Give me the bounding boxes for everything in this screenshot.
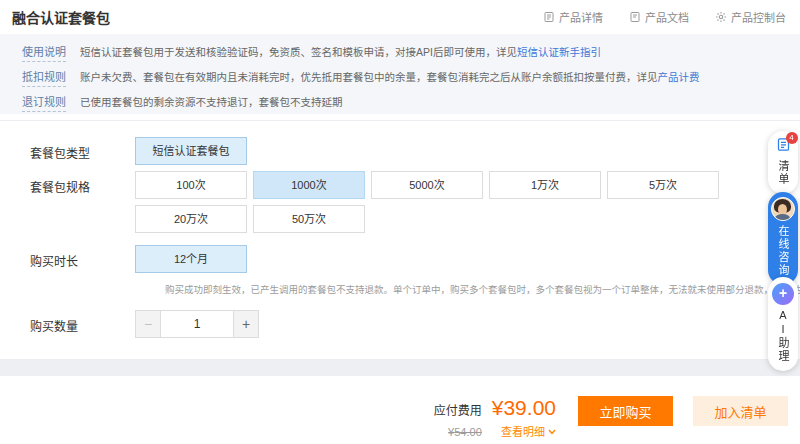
package-type-label: 套餐包类型 bbox=[30, 137, 135, 161]
cart-list-widget[interactable]: 4 清单 bbox=[768, 131, 798, 194]
support-agent-avatar bbox=[771, 197, 795, 221]
spec-options: 100次 1000次 5000次 1万次 5万次 20万次 50万次 bbox=[135, 171, 731, 233]
product-pricing-link[interactable]: 产品计费 bbox=[658, 71, 700, 83]
duration-option-selected[interactable]: 12个月 bbox=[135, 245, 247, 273]
product-doc-link[interactable]: 产品文档 bbox=[629, 9, 689, 25]
notice-row-deduction: 抵扣规则 账户未欠费、套餐包在有效期内且未消耗完时，优先抵用套餐包中的余量，套餐… bbox=[22, 69, 786, 87]
duration-label: 购买时长 bbox=[30, 245, 135, 269]
page-title: 融合认证套餐包 bbox=[12, 7, 110, 27]
plus-icon: + bbox=[772, 283, 794, 305]
package-type-row: 套餐包类型 短信认证套餐包 bbox=[30, 137, 800, 165]
order-bar: 应付费用 ¥39.00 ¥54.00 查看明细 立即购买 加入清单 bbox=[0, 376, 800, 444]
list-icon: 4 bbox=[776, 137, 791, 156]
usage-label: 使用说明 bbox=[22, 44, 66, 62]
package-type-option-selected[interactable]: 短信认证套餐包 bbox=[135, 137, 247, 165]
product-console-link[interactable]: 产品控制台 bbox=[715, 9, 786, 25]
header-links: 产品详情 产品文档 产品控制台 bbox=[543, 9, 786, 25]
spec-option-200k[interactable]: 20万次 bbox=[135, 205, 247, 233]
page-background-band bbox=[0, 360, 800, 376]
spec-option-100[interactable]: 100次 bbox=[135, 171, 247, 199]
deduction-text: 账户未欠费、套餐包在有效期内且未消耗完时，优先抵用套餐包中的余量，套餐包消耗完之… bbox=[80, 69, 700, 85]
purchase-form-card: 套餐包类型 短信认证套餐包 套餐包规格 100次 1000次 5000次 1万次… bbox=[0, 120, 800, 360]
package-spec-row: 套餐包规格 100次 1000次 5000次 1万次 5万次 20万次 50万次 bbox=[30, 171, 800, 233]
ai-assistant-widget[interactable]: + AI助理 bbox=[768, 277, 798, 371]
payable-price: ¥39.00 bbox=[492, 396, 556, 420]
notice-row-usage: 使用说明 短信认证套餐包用于发送和核验验证码，免资质、签名和模板申请，对接API… bbox=[22, 44, 786, 62]
product-doc-label: 产品文档 bbox=[645, 9, 689, 25]
chevron-down-icon bbox=[548, 425, 556, 437]
online-support-widget[interactable]: 在线咨询 bbox=[768, 192, 798, 285]
notice-row-refund: 退订规则 已使用套餐包的剩余资源不支持退订，套餐包不支持延期 bbox=[22, 94, 786, 112]
refund-label: 退订规则 bbox=[22, 94, 66, 112]
quantity-decrease-button[interactable]: − bbox=[135, 310, 161, 338]
quantity-input[interactable] bbox=[161, 310, 233, 338]
quantity-increase-button[interactable]: + bbox=[233, 310, 259, 338]
sms-auth-guide-link[interactable]: 短信认证新手指引 bbox=[517, 46, 601, 58]
usage-text: 短信认证套餐包用于发送和核验验证码，免资质、签名和模板申请，对接API后即可使用… bbox=[80, 44, 601, 60]
cart-count-badge: 4 bbox=[786, 132, 798, 144]
spec-option-1000-selected[interactable]: 1000次 bbox=[253, 171, 365, 199]
spec-option-5000[interactable]: 5000次 bbox=[371, 171, 483, 199]
quantity-row: 购买数量 − + bbox=[30, 310, 800, 338]
product-console-label: 产品控制台 bbox=[731, 9, 786, 25]
original-price: ¥54.00 bbox=[448, 426, 482, 438]
online-support-label: 在线咨询 bbox=[775, 225, 791, 277]
refund-text: 已使用套餐包的剩余资源不支持退订，套餐包不支持延期 bbox=[80, 94, 343, 110]
deduction-label: 抵扣规则 bbox=[22, 69, 66, 87]
purchase-note: 购买成功即刻生效，已产生调用的套餐包不支持退款。单个订单中，购买多个套餐包时，多… bbox=[165, 282, 800, 296]
package-spec-label: 套餐包规格 bbox=[30, 171, 135, 195]
spec-option-500k[interactable]: 50万次 bbox=[253, 205, 365, 233]
gear-icon bbox=[715, 11, 727, 23]
product-detail-label: 产品详情 bbox=[559, 9, 603, 25]
doc-lines-icon bbox=[543, 11, 555, 23]
cart-list-label: 清单 bbox=[775, 160, 791, 186]
document-icon bbox=[629, 11, 641, 23]
price-block: 应付费用 ¥39.00 ¥54.00 查看明细 bbox=[434, 396, 556, 439]
spec-option-50k[interactable]: 5万次 bbox=[607, 171, 719, 199]
quantity-label: 购买数量 bbox=[30, 310, 135, 334]
add-to-list-button[interactable]: 加入清单 bbox=[693, 396, 788, 426]
quantity-stepper: − + bbox=[135, 310, 259, 338]
spec-option-10k[interactable]: 1万次 bbox=[489, 171, 601, 199]
page-header: 融合认证套餐包 产品详情 产品文档 产品控制台 bbox=[0, 0, 800, 34]
view-detail-link[interactable]: 查看明细 bbox=[501, 423, 556, 439]
duration-row: 购买时长 12个月 bbox=[30, 245, 800, 273]
payable-label: 应付费用 bbox=[434, 401, 482, 418]
ai-assistant-label: AI助理 bbox=[775, 309, 791, 363]
product-detail-link[interactable]: 产品详情 bbox=[543, 9, 603, 25]
buy-now-button[interactable]: 立即购买 bbox=[578, 396, 673, 426]
notice-box: 使用说明 短信认证套餐包用于发送和核验验证码，免资质、签名和模板申请，对接API… bbox=[0, 34, 800, 114]
